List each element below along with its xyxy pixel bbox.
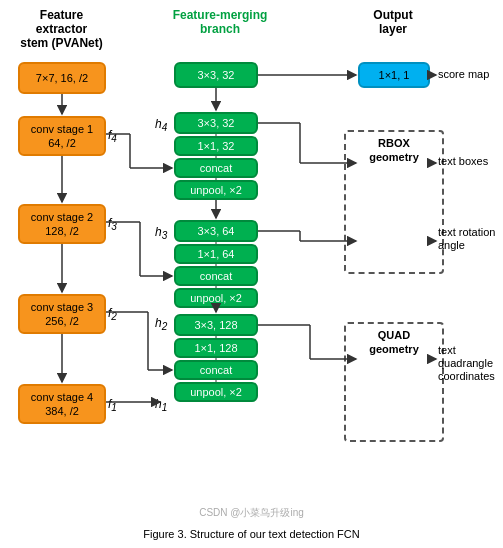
box-fm-h2d: unpool, ×2 [174,382,258,402]
box-quad-geom: QUADgeometry [344,322,444,442]
box-conv1: conv stage 164, /2 [18,116,106,156]
label-score-map: score map [438,68,489,80]
label-f1: f1 [108,397,117,413]
box-fm-h4c: concat [174,158,258,178]
box-stem-input: 7×7, 16, /2 [18,62,106,94]
box-rbox-geom: RBOXgeometry [344,130,444,274]
label-text-boxes: text boxes [438,155,488,167]
box-fm-h2b: 1×1, 128 [174,338,258,358]
box-fm-h4d: unpool, ×2 [174,180,258,200]
label-text-quad: text quadranglecoordinates [438,344,503,384]
box-fm-h3c: concat [174,266,258,286]
box-conv2: conv stage 2128, /2 [18,204,106,244]
box-fm-h3a: 3×3, 64 [174,220,258,242]
label-text-rot: text rotationangle [438,226,495,252]
label-f2: f2 [108,306,117,322]
col-header-output: Outputlayer [348,8,438,36]
box-fm-top: 3×3, 32 [174,62,258,88]
box-fm-h3b: 1×1, 64 [174,244,258,264]
label-f3: f3 [108,216,117,232]
col-header-stem: Feature extractorstem (PVANet) [14,8,109,50]
box-out-score: 1×1, 1 [358,62,430,88]
label-h4: h4 [155,117,167,133]
diagram-container: Feature extractorstem (PVANet) Feature-m… [0,0,503,510]
box-fm-h2a: 3×3, 128 [174,314,258,336]
watermark: CSDN @小菜鸟升级ing [0,506,503,520]
box-fm-h4b: 1×1, 32 [174,136,258,156]
box-conv3: conv stage 3256, /2 [18,294,106,334]
label-h2: h2 [155,316,167,332]
box-fm-h2c: concat [174,360,258,380]
box-fm-h3d: unpool, ×2 [174,288,258,308]
caption-text: Figure 3. Structure of our text detectio… [143,528,359,540]
label-h1: h1 [155,397,167,413]
box-fm-h4a: 3×3, 32 [174,112,258,134]
col-header-branch: Feature-mergingFeature-merging branchbra… [170,8,270,36]
box-conv4: conv stage 4384, /2 [18,384,106,424]
label-f4: f4 [108,128,117,144]
label-h3: h3 [155,225,167,241]
figure-caption: Figure 3. Structure of our text detectio… [0,528,503,540]
